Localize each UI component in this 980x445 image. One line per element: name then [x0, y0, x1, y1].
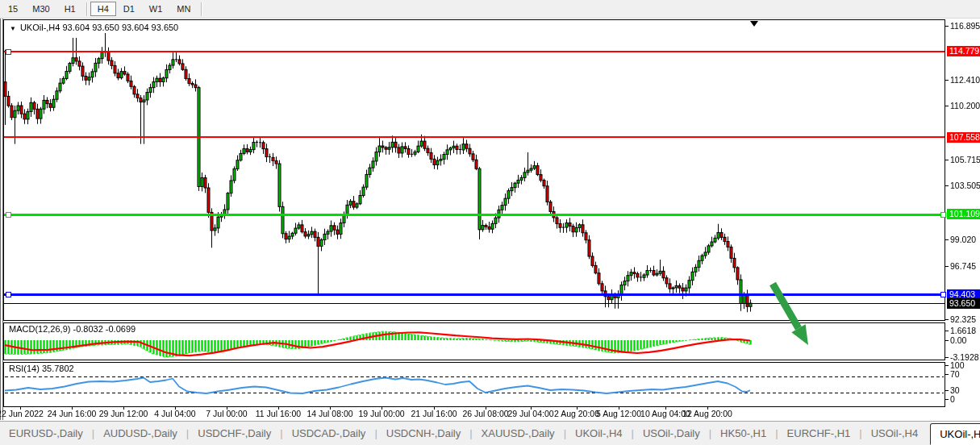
- price-badge-107.558: 107.558: [947, 132, 980, 143]
- chart-shift-marker-icon[interactable]: [750, 21, 758, 27]
- support-line-101.109[interactable]: [4, 214, 945, 216]
- price-tick-label: 116.895: [950, 21, 980, 31]
- time-axis-label: 26 Jul 08:00: [462, 409, 508, 418]
- symbol-tab-ukoil-h4[interactable]: UKOil-,H4: [930, 423, 980, 445]
- price-badge-93.650: 93.650: [947, 298, 980, 309]
- symbol-tabs: EURUSD-,Daily|AUDUSD-,Daily|USDCHF-,Dail…: [0, 423, 980, 443]
- chart-title: ▼UKOil-,H4 93.604 93.650 93.604 93.650: [10, 23, 178, 32]
- rsi-axis-label: 0: [950, 394, 955, 404]
- macd-axis-label: 0.00: [950, 335, 966, 345]
- chart-dropdown-icon[interactable]: ▼: [10, 25, 16, 32]
- time-axis-label: 7 Jul 00:00: [206, 409, 247, 418]
- rsi-axis-label: 70: [950, 369, 960, 379]
- symbol-tab-usoil-h4[interactable]: USOil-,H4: [862, 427, 928, 439]
- line-anchor-handle[interactable]: [940, 292, 946, 297]
- symbol-tab-usdchf-daily[interactable]: USDCHF-,Daily: [189, 427, 280, 439]
- symbol-tab-usdcad-daily[interactable]: USDCAD-,Daily: [283, 427, 375, 439]
- macd-label: MACD(12,26,9) -0.8032 -0.0699: [9, 324, 136, 334]
- price-tick-label: 99.020: [950, 235, 976, 244]
- symbol-tab-eurchf-h1[interactable]: EURCHF-,H1: [778, 427, 860, 439]
- price-tick-label: 103.505: [950, 181, 980, 190]
- time-axis-label: 2 Aug 20:00: [554, 409, 599, 418]
- rsi-label: RSI(14) 35.7802: [9, 364, 74, 373]
- price-tick-label: 92.325: [950, 314, 976, 324]
- symbol-tab-audusd-daily[interactable]: AUDUSD-,Daily: [94, 427, 186, 439]
- rsi-panel[interactable]: [3, 362, 945, 407]
- price-tick-label: 112.410: [950, 75, 980, 85]
- time-axis-label: 19 Jul 00:00: [358, 409, 404, 418]
- line-anchor-handle[interactable]: [6, 292, 11, 297]
- resistance-line-107.558[interactable]: [4, 136, 945, 138]
- price-badge-114.779: 114.779: [947, 46, 980, 56]
- price-badge-101.109: 101.109: [947, 209, 980, 219]
- macd-axis-label: 1.6618: [950, 326, 976, 335]
- symbol-tab-usdcnh-daily[interactable]: USDCNH-,Daily: [377, 427, 469, 439]
- time-axis-label: 11 Jul 16:00: [256, 409, 301, 418]
- time-axis-label: 12 Aug 20:00: [682, 409, 732, 418]
- price-tick-label: 110.200: [950, 101, 980, 110]
- line-anchor-handle[interactable]: [6, 49, 11, 55]
- time-axis-label: 24 Jun 16:00: [48, 409, 97, 418]
- symbol-tabbar: EURUSD-,Daily|AUDUSD-,Daily|USDCHF-,Dail…: [0, 421, 980, 445]
- trading-terminal-window: 15M30H1H4D1W1MN ▼UKOil-,H4 93.604 93.650…: [0, 0, 980, 445]
- time-axis-label: 29 Jul 04:00: [507, 409, 553, 418]
- line-anchor-handle[interactable]: [940, 212, 946, 218]
- trend-arrow-annotation[interactable]: [757, 268, 824, 361]
- symbol-tab-usoil-daily[interactable]: USOil-,Daily: [634, 427, 709, 439]
- time-axis-label: 21 Jul 16:00: [411, 409, 457, 418]
- chart-title-text: UKOil-,H4 93.604 93.650 93.604 93.650: [20, 23, 178, 32]
- symbol-tab-xauusd-daily[interactable]: XAUUSD-,Daily: [473, 427, 564, 439]
- time-axis-label: 29 Jun 12:00: [99, 409, 148, 418]
- time-axis-label: 5 Aug 12:00: [596, 409, 641, 418]
- time-axis-label: 14 Jul 08:00: [307, 409, 352, 418]
- symbol-tab-eurusd-daily[interactable]: EURUSD-,Daily: [0, 427, 92, 439]
- symbol-tab-ukoil-h4[interactable]: UKOil-,H4: [566, 427, 632, 439]
- price-tick-label: 96.745: [950, 261, 976, 271]
- symbol-tab-hk50-h1[interactable]: HK50-,H1: [711, 427, 775, 439]
- time-axis-label: 22 Jun 2022: [0, 409, 44, 418]
- resistance-line-114.779[interactable]: [4, 51, 945, 52]
- price-tick-label: 105.715: [950, 155, 980, 164]
- time-axis-label: 4 Jul 04:00: [154, 409, 195, 418]
- line-anchor-handle[interactable]: [6, 212, 11, 218]
